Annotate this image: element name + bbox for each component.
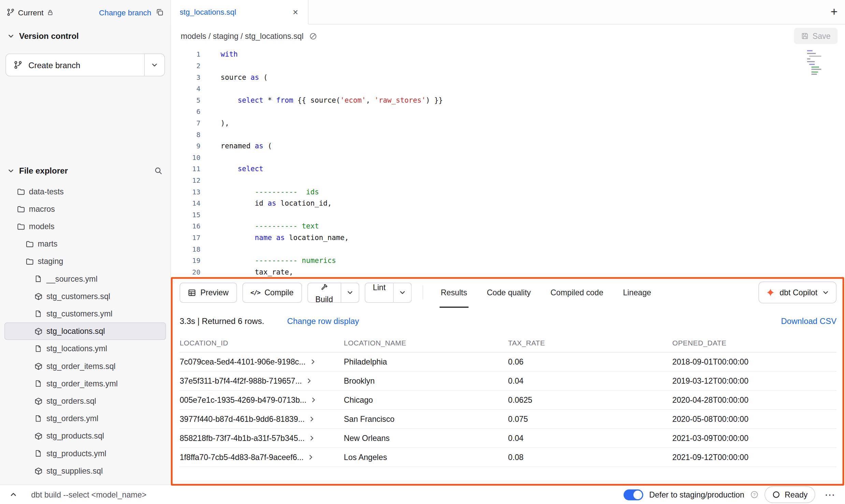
file-item-stg-order-items-yml[interactable]: stg_order_items.yml — [4, 375, 166, 392]
preview-button[interactable]: Preview — [180, 282, 237, 302]
defer-toggle[interactable] — [624, 489, 643, 500]
chevron-right-icon[interactable] — [306, 377, 312, 384]
panel-tab-results[interactable]: Results — [441, 277, 467, 308]
chevron-up-icon[interactable] — [10, 491, 17, 498]
code-line-1[interactable]: with — [220, 48, 845, 60]
file-item-stg-orders-yml[interactable]: stg_orders.yml — [4, 410, 166, 427]
results-table-body: 7c079cea-5ed4-4101-906e-9198c...Philadel… — [180, 353, 836, 467]
panel-tab-compiled-code[interactable]: Compiled code — [550, 277, 603, 308]
code-line-5[interactable]: select * from {{ source('ecom', 'raw_sto… — [220, 94, 845, 106]
doc-icon — [34, 310, 43, 317]
breadcrumb: models / staging / stg_locations.sql — [181, 32, 304, 41]
table-row[interactable]: 37e5f311-b7f4-4f2f-988b-719657...Brookly… — [180, 372, 836, 391]
copy-icon[interactable] — [156, 8, 164, 16]
file-item-stg-products-yml[interactable]: stg_products.yml — [4, 445, 166, 462]
code-line-13[interactable]: ---------- ids — [220, 186, 845, 198]
folder-icon — [16, 188, 25, 196]
panel-tab-code-quality[interactable]: Code quality — [487, 277, 531, 308]
chevron-right-icon[interactable] — [310, 358, 316, 365]
table-row[interactable]: 858218fb-73f7-4b1b-a31f-57b345...New Orl… — [180, 429, 836, 448]
command-input[interactable]: dbt build --select <model_name> — [31, 490, 146, 499]
current-branch[interactable]: Current — [6, 8, 53, 17]
table-row[interactable]: 1f8ffa70-7cb5-4d83-8a7f-9aceef6...Los An… — [180, 448, 836, 467]
file-item-stg-orders-sql[interactable]: stg_orders.sql — [4, 392, 166, 410]
code-line-10[interactable] — [220, 152, 845, 163]
line-number: 15 — [171, 209, 200, 221]
code-line-7[interactable]: ), — [220, 117, 845, 129]
code-line-11[interactable]: select — [220, 163, 845, 175]
file-item-stg-supplies-sql[interactable]: stg_supplies.sql — [4, 462, 166, 479]
code-line-12[interactable] — [220, 175, 845, 186]
file-item-models[interactable]: models — [4, 218, 166, 235]
save-button[interactable]: Save — [794, 28, 837, 44]
change-branch-link[interactable]: Change branch — [99, 8, 151, 17]
code-line-9[interactable]: renamed as ( — [220, 140, 845, 152]
file-item-macros[interactable]: macros — [4, 200, 166, 218]
file-item-stg-locations-yml[interactable]: stg_locations.yml — [4, 340, 166, 357]
more-options-button[interactable]: ⋯ — [821, 488, 839, 501]
code-line-6[interactable] — [220, 106, 845, 117]
file-item-stg-locations-sql[interactable]: stg_locations.sql — [4, 323, 166, 340]
code-line-18[interactable] — [220, 243, 845, 255]
code-line-19[interactable]: ---------- numerics — [220, 255, 845, 266]
build-button[interactable]: Build — [307, 282, 341, 302]
close-icon[interactable]: × — [292, 8, 299, 17]
code-line-4[interactable] — [220, 83, 845, 94]
lint-button[interactable]: Lint — [364, 282, 393, 302]
results-table: LOCATION_IDLOCATION_NAMETAX_RATEOPENED_D… — [180, 336, 836, 467]
code-line-14[interactable]: id as location_id, — [220, 197, 845, 209]
code-line-16[interactable]: ---------- text — [220, 220, 845, 232]
download-csv-link[interactable]: Download CSV — [781, 316, 836, 326]
version-control-header[interactable]: Version control — [0, 25, 170, 47]
build-dropdown[interactable] — [341, 282, 359, 302]
help-icon[interactable]: ? — [750, 490, 759, 499]
tab-stg-locations-sql[interactable]: stg_locations.sql × — [171, 0, 309, 25]
ready-status-button[interactable]: Ready — [764, 486, 815, 503]
file-item-stg-order-items-sql[interactable]: stg_order_items.sql — [4, 357, 166, 375]
file-item-marts[interactable]: marts — [4, 235, 166, 253]
code-area[interactable]: withsource as ( select * from {{ source(… — [206, 48, 845, 277]
code-line-3[interactable]: source as ( — [220, 72, 845, 83]
code-line-2[interactable] — [220, 60, 845, 72]
table-row[interactable]: 005e7e1c-1935-4269-b479-0713b...Chicago0… — [180, 391, 836, 410]
search-icon[interactable] — [154, 166, 163, 175]
file-item-label: stg_products.sql — [46, 432, 104, 441]
file-item-stg-customers-sql[interactable]: stg_customers.sql — [4, 287, 166, 305]
app-root: Current Change branch stg_locations.sql … — [0, 0, 845, 504]
code-line-8[interactable] — [220, 129, 845, 140]
chevron-right-icon[interactable] — [309, 435, 315, 441]
table-row[interactable]: 7c079cea-5ed4-4101-906e-9198c...Philadel… — [180, 353, 836, 372]
compile-button[interactable]: </> Compile — [242, 282, 302, 302]
table-row[interactable]: 3977f440-b87d-461b-9dd6-81839...San Fran… — [180, 410, 836, 429]
lint-dropdown[interactable] — [394, 282, 412, 302]
workspace: Version control Create branch File explo… — [0, 25, 845, 485]
create-branch-button[interactable]: Create branch — [5, 54, 144, 76]
chevron-right-icon[interactable] — [309, 416, 315, 422]
minimap[interactable] — [807, 49, 830, 75]
change-row-display-link[interactable]: Change row display — [287, 316, 359, 326]
line-number: 10 — [171, 152, 200, 163]
dbt-copilot-button[interactable]: dbt Copilot — [758, 282, 836, 303]
branch-bar: Current Change branch — [0, 0, 171, 25]
code-line-17[interactable]: name as location_name, — [220, 232, 845, 243]
file-item-stg-customers-yml[interactable]: stg_customers.yml — [4, 305, 166, 322]
file-item-stg-products-sql[interactable]: stg_products.sql — [4, 427, 166, 445]
folder-icon — [16, 222, 25, 231]
create-branch-dropdown[interactable] — [144, 54, 165, 76]
file-explorer-header[interactable]: File explorer — [0, 159, 170, 182]
cell-location-name: San Francisco — [344, 410, 508, 428]
folder-icon — [25, 257, 34, 265]
cell-opened-date: 2021-09-12T00:00:00 — [672, 448, 836, 466]
panel-tab-lineage[interactable]: Lineage — [623, 277, 651, 308]
file-item-staging[interactable]: staging — [4, 253, 166, 270]
new-tab-button[interactable]: + — [831, 6, 838, 18]
cell-tax-rate: 0.0625 — [508, 391, 672, 409]
file-state-icon — [309, 32, 317, 40]
file-item-data-tests[interactable]: data-tests — [4, 183, 166, 200]
chevron-right-icon[interactable] — [310, 397, 317, 403]
file-item--sources-yml[interactable]: __sources.yml — [4, 270, 166, 287]
chevron-right-icon[interactable] — [307, 454, 314, 460]
code-line-20[interactable]: tax_rate, — [220, 266, 845, 277]
code-line-15[interactable] — [220, 209, 845, 221]
file-explorer-title: File explorer — [19, 166, 68, 175]
